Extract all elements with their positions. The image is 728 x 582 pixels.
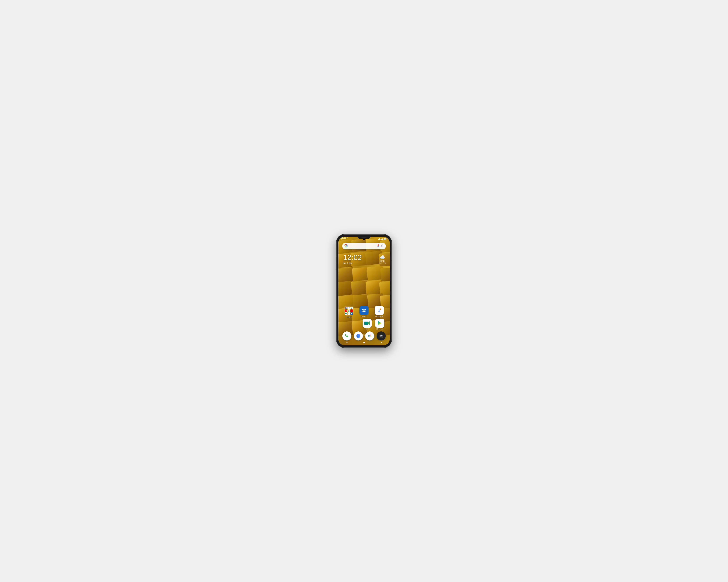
signal-icons: 4G [378,238,383,240]
status-time: 12:02120Hz [341,237,348,241]
messages-icon [356,334,361,338]
folder-label-google: Google [346,316,351,318]
meet-label: Meet [365,328,369,330]
svg-point-75 [382,335,383,336]
meet-app[interactable]: Meet [362,318,372,330]
coppel-label: Coppel [362,315,366,317]
nav-bar: ◀ ■ [338,340,390,344]
svg-rect-32 [379,239,379,240]
top-notch [358,237,370,239]
weather-temp: 36°C [380,260,385,262]
play-store-icon[interactable] [375,318,384,328]
google-one-icon[interactable]: 1 [375,306,384,315]
svg-rect-31 [379,239,379,240]
mini-app-ytmusic [350,309,353,312]
dock-phone[interactable] [342,331,352,340]
mini-app-maps [350,307,353,309]
svg-rect-35 [382,239,382,240]
apps-area: Google Coppel [341,306,387,331]
google-one-app[interactable]: 1 Google One [374,306,385,318]
status-icons: 4G [378,238,387,240]
battery-icon [384,238,387,240]
mini-app-gmail [347,307,350,309]
play-store-logo [377,321,383,326]
svg-rect-41 [378,244,379,246]
svg-point-48 [352,307,352,308]
phone-icon [345,334,349,338]
svg-point-74 [381,336,382,337]
svg-rect-61 [364,322,368,325]
svg-rect-40 [384,239,386,240]
svg-point-54 [351,313,352,314]
nav-recents-button[interactable]: ■ [381,341,382,343]
phone-screen: 12:02120Hz 4G [338,237,390,345]
svg-point-45 [382,245,383,246]
dock [341,331,387,340]
mini-app-photos [347,312,350,315]
clock-widget: 12:02 jue, 1 ago [343,254,362,264]
phone-device: 12:02120Hz 4G [337,234,391,348]
weather-icon: ☁️ [380,254,385,260]
camera-icon [379,334,383,338]
play-store-label: Play Store [376,328,383,330]
mini-app-duo [350,312,353,315]
apps-row-1: Google Coppel [341,306,387,318]
google-folder[interactable]: Google [343,306,354,318]
svg-point-67 [358,336,359,336]
nav-home-button[interactable] [363,341,365,343]
svg-marker-49 [346,310,346,311]
dock-chrome[interactable] [365,331,374,340]
google-one-logo: 1 [376,307,382,313]
mini-app-meet-folder [345,312,347,315]
folder-icon-google[interactable] [344,306,354,315]
search-mic-icon[interactable] [377,244,380,248]
coppel-icon[interactable] [360,306,368,315]
svg-point-66 [357,336,358,336]
chrome-icon [367,334,372,338]
svg-point-60 [380,309,381,310]
coppel-logo [361,307,367,313]
google-search-bar[interactable] [342,243,386,249]
mini-app-drive [347,309,350,312]
dock-camera[interactable] [376,331,386,340]
google-g-logo [344,244,348,248]
weather-widget: ☁️ 36°C 15:01 HRS [379,254,386,264]
google-one-label: Google One [375,315,383,317]
weather-sub: 15:01 HRS [379,262,386,264]
svg-rect-30 [378,239,378,240]
svg-rect-36 [382,239,382,240]
dock-messages[interactable] [354,331,363,340]
meet-logo [364,321,370,326]
search-lens-icon[interactable] [381,244,384,248]
play-store-app[interactable]: Play Store [374,318,385,330]
svg-text:1: 1 [378,309,380,313]
coppel-app[interactable]: Coppel [359,306,369,318]
svg-point-71 [369,335,370,337]
power-button[interactable] [391,260,392,269]
apps-row-2: Meet [341,318,387,330]
svg-rect-39 [387,239,387,239]
mini-app-youtube [345,309,347,312]
svg-point-68 [359,336,359,336]
clock-time: 12:02 [343,254,362,261]
svg-point-52 [352,310,352,311]
nav-back-button[interactable]: ◀ [346,341,347,343]
svg-rect-53 [345,313,346,314]
svg-rect-37 [383,239,383,240]
clock-date: jue, 1 ago [343,262,362,264]
mini-app-google [345,307,347,309]
meet-icon[interactable] [363,318,372,328]
speaker-area [362,238,366,238]
volume-down-button[interactable] [336,264,337,270]
svg-text:4G: 4G [380,239,382,240]
volume-up-button[interactable] [336,257,337,263]
